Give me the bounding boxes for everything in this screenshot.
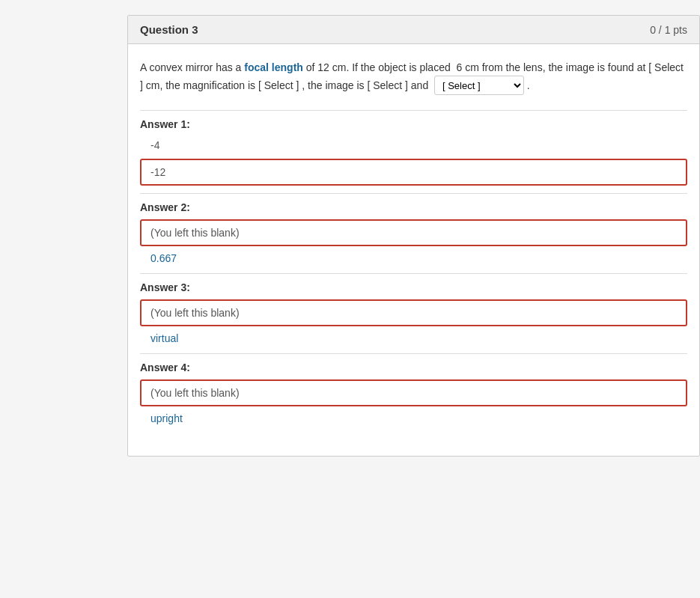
question-header: Question 3 0 / 1 pts xyxy=(128,16,699,44)
you-answered-1-value: -12 xyxy=(140,159,687,186)
answer-3-label: Answer 3: xyxy=(140,281,687,293)
answer-1-label: Answer 1: xyxy=(140,118,687,130)
focal-length-highlight: focal length xyxy=(244,61,303,73)
question-title: Question 3 xyxy=(140,23,198,36)
select-dropdown[interactable]: [ Select ] xyxy=(434,76,524,95)
correct-answer-3-row: Correct Answer virtual xyxy=(140,331,687,346)
answer-section-3: Answer 3: You Answered (You left this bl… xyxy=(140,281,687,346)
correct-answer-1-value: -4 xyxy=(140,136,687,154)
you-answered-4-value: (You left this blank) xyxy=(140,379,687,406)
question-text: A convex mirror has a focal length of 12… xyxy=(140,59,687,95)
you-answered-2-row: You Answered (You left this blank) xyxy=(140,219,687,246)
you-answered-2-value: (You left this blank) xyxy=(140,219,687,246)
answer-section-1: Answer 1: Correct Answer -4 You Answered xyxy=(140,118,687,186)
answer-2-label: Answer 2: xyxy=(140,201,687,213)
correct-answer-2-value: 0.667 xyxy=(140,251,687,266)
you-answered-3-row: You Answered (You left this blank) xyxy=(140,299,687,326)
you-answered-4-row: You Answered (You left this blank) xyxy=(140,379,687,406)
you-answered-3-value: (You left this blank) xyxy=(140,299,687,326)
question-container: Question 3 0 / 1 pts A convex mirror has… xyxy=(127,15,700,457)
divider-3 xyxy=(140,273,687,274)
correct-answer-4-value: upright xyxy=(140,411,687,426)
answer-section-2: Answer 2: You Answered (You left this bl… xyxy=(140,201,687,266)
divider-2 xyxy=(140,193,687,194)
question-body: A convex mirror has a focal length of 12… xyxy=(128,44,699,456)
answer-4-label: Answer 4: xyxy=(140,361,687,373)
divider-1 xyxy=(140,110,687,111)
you-answered-1-row: You Answered -12 xyxy=(140,159,687,186)
answer-section-4: Answer 4: You Answered (You left this bl… xyxy=(140,361,687,433)
divider-4 xyxy=(140,353,687,354)
question-points: 0 / 1 pts xyxy=(650,24,687,36)
correct-answer-1-row: Correct Answer -4 xyxy=(140,136,687,154)
correct-answer-4-row: Correct Answer upright xyxy=(140,411,687,433)
correct-answer-2-row: Correct Answer 0.667 xyxy=(140,251,687,266)
correct-answer-3-value: virtual xyxy=(140,331,687,346)
